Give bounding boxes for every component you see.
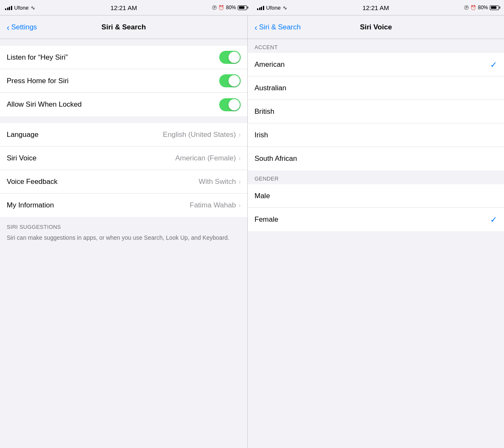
gender-female-checkmark-icon: ✓: [490, 215, 497, 225]
signal-bars-left: [5, 5, 12, 10]
accent-list: American ✓ Australian British Irish Sout…: [248, 53, 504, 170]
hey-siri-row: Listen for “Hey Siri”: [0, 46, 247, 69]
language-chevron-icon: ›: [239, 131, 241, 139]
status-bar-right: Ufone ∿ 12:21 AM Ⓟ ⏰ 80%: [252, 0, 504, 15]
accent-south-african-row[interactable]: South African: [248, 147, 504, 170]
right-nav-bar: ‹ Siri & Search Siri Voice: [248, 16, 504, 39]
accent-british-label: British: [255, 107, 497, 116]
battery-pct-right: 80%: [478, 5, 488, 10]
my-info-row[interactable]: My Information Fatima Wahab ›: [0, 194, 247, 217]
right-panel: ‹ Siri & Search Siri Voice ACCENT Americ…: [248, 16, 504, 448]
language-value: English (United States): [163, 131, 236, 139]
left-settings-group-nav: Language English (United States) › Siri …: [0, 123, 247, 217]
status-bar: Ufone ∿ 12:21 AM Ⓟ ⏰ 80% Ufone ∿ 12:21 A…: [0, 0, 504, 15]
voice-feedback-value: With Switch: [199, 178, 236, 186]
accent-american-checkmark-icon: ✓: [490, 60, 497, 70]
left-top-spacer: [0, 39, 247, 46]
status-right-group-right: Ⓟ ⏰ 80%: [464, 5, 499, 11]
siri-voice-row[interactable]: Siri Voice American (Female) ›: [0, 147, 247, 170]
allow-locked-label: Allow Siri When Locked: [7, 100, 219, 109]
language-label: Language: [7, 131, 163, 139]
left-separator-1: [0, 116, 247, 123]
accent-australian-row[interactable]: Australian: [248, 76, 504, 100]
panels-container: ‹ Settings Siri & Search Listen for “Hey…: [0, 15, 504, 448]
right-bottom-spacer: [248, 231, 504, 448]
right-nav-title: Siri Voice: [360, 23, 392, 31]
gender-female-label: Female: [255, 215, 490, 224]
right-back-label: Siri & Search: [259, 23, 301, 31]
accent-australian-label: Australian: [255, 84, 497, 92]
siri-suggestions-section: SIRI SUGGESTIONS Siri can make suggestio…: [0, 217, 247, 448]
my-info-value: Fatima Wahab: [190, 201, 236, 210]
carrier-name-right: Ufone: [266, 5, 281, 11]
accent-south-african-label: South African: [255, 155, 497, 163]
voice-feedback-row[interactable]: Voice Feedback With Switch ›: [0, 170, 247, 194]
right-back-chevron-icon: ‹: [255, 23, 257, 31]
left-nav-bar: ‹ Settings Siri & Search: [0, 16, 247, 39]
gender-section-header: GENDER: [248, 170, 504, 184]
siri-voice-label: Siri Voice: [7, 154, 175, 162]
accent-british-row[interactable]: British: [248, 100, 504, 123]
left-panel: ‹ Settings Siri & Search Listen for “Hey…: [0, 16, 248, 448]
voice-feedback-chevron-icon: ›: [239, 178, 241, 186]
allow-locked-toggle-knob: [228, 99, 240, 110]
left-back-chevron-icon: ‹: [7, 23, 10, 31]
left-nav-title: Siri & Search: [102, 23, 146, 31]
battery-icon-right: [490, 5, 499, 10]
screen-icon-left: Ⓟ: [212, 5, 217, 11]
screen-icon-right: Ⓟ: [464, 5, 469, 11]
wifi-icon-right: ∿: [283, 5, 287, 11]
allow-locked-row: Allow Siri When Locked: [0, 93, 247, 116]
accent-irish-label: Irish: [255, 131, 497, 139]
accent-section-header: ACCENT: [248, 39, 504, 53]
alarm-icon-right: ⏰: [470, 5, 476, 10]
left-back-label: Settings: [11, 23, 37, 31]
press-home-row: Press Home for Siri: [0, 69, 247, 93]
left-settings-group-toggles: Listen for “Hey Siri” Press Home for Sir…: [0, 46, 247, 116]
my-info-chevron-icon: ›: [239, 202, 241, 209]
alarm-icon-left: ⏰: [218, 5, 224, 10]
press-home-label: Press Home for Siri: [7, 77, 219, 85]
accent-irish-row[interactable]: Irish: [248, 123, 504, 147]
language-row[interactable]: Language English (United States) ›: [0, 123, 247, 147]
press-home-toggle-knob: [228, 75, 240, 86]
accent-american-label: American: [255, 60, 490, 69]
signal-bars-right: [257, 5, 264, 10]
gender-female-row[interactable]: Female ✓: [248, 208, 504, 231]
voice-feedback-label: Voice Feedback: [7, 178, 199, 186]
hey-siri-toggle-knob: [228, 52, 240, 63]
battery-icon-left: [238, 5, 247, 10]
gender-male-row[interactable]: Male: [248, 184, 504, 208]
status-left-carrier-group: Ufone ∿: [5, 5, 35, 11]
gender-male-label: Male: [255, 192, 497, 200]
carrier-name-left: Ufone: [14, 5, 29, 11]
my-info-label: My Information: [7, 201, 190, 210]
siri-voice-value: American (Female): [175, 154, 236, 162]
press-home-toggle[interactable]: [219, 74, 241, 87]
battery-pct-left: 80%: [226, 5, 236, 10]
time-right: 12:21 AM: [362, 4, 389, 11]
hey-siri-label: Listen for “Hey Siri”: [7, 53, 219, 62]
time-left: 12:21 AM: [110, 4, 137, 11]
allow-locked-toggle[interactable]: [219, 98, 241, 111]
hey-siri-toggle[interactable]: [219, 51, 241, 64]
siri-voice-chevron-icon: ›: [239, 155, 241, 162]
gender-list: Male Female ✓: [248, 184, 504, 231]
siri-suggestions-text: Siri can make suggestions in apps, or wh…: [7, 233, 241, 242]
siri-suggestions-title: SIRI SUGGESTIONS: [7, 224, 241, 230]
status-right-group-left: Ⓟ ⏰ 80%: [212, 5, 247, 11]
accent-american-row[interactable]: American ✓: [248, 53, 504, 76]
right-nav-back-button[interactable]: ‹ Siri & Search: [255, 23, 301, 31]
wifi-icon-left: ∿: [31, 5, 35, 11]
left-nav-back-button[interactable]: ‹ Settings: [7, 23, 37, 31]
status-right-carrier-group: Ufone ∿: [257, 5, 287, 11]
status-bar-left: Ufone ∿ 12:21 AM Ⓟ ⏰ 80%: [0, 0, 252, 15]
